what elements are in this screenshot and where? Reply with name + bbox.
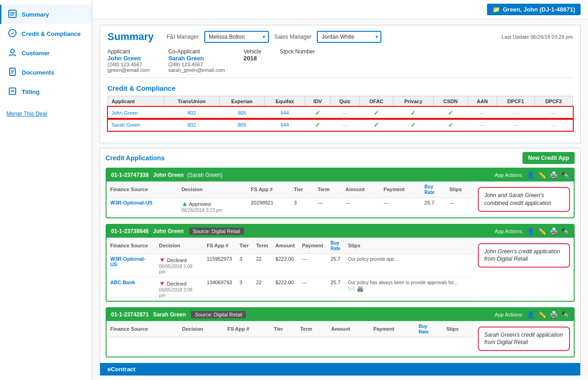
applicant-name[interactable]: John Green: [107, 55, 150, 62]
comp-equifax-0[interactable]: 644: [265, 107, 305, 119]
credit-row-0-0: W3R-Optional-US ▲ Approved06/26/2018 3:2…: [107, 198, 474, 216]
last-update: Last Update 06/26/18 03:29 pm: [502, 34, 573, 40]
app-id-1: 01-1-23738646: [111, 228, 148, 234]
fs-app-1-0: 115952973: [203, 253, 236, 277]
app-actions-2: App Actions: 👤 ✏️ 🖨️ ✒️: [495, 311, 569, 318]
credit-row-1-1: ABC Bank ▼ Declined06/05/2018 3:09 pm 13…: [107, 277, 474, 300]
finance-source-0-0[interactable]: W3R-Optional-US: [107, 198, 178, 216]
th-stips-2: Stips: [443, 321, 474, 337]
arrow-down-1-0: ▼: [159, 256, 166, 263]
compliance-header-row: Applicant TransUnion Experian Equifax ID…: [108, 96, 573, 107]
print-icon-2[interactable]: 🖨️: [550, 311, 558, 318]
co-applicant-phone: (248) 123-4567: [168, 62, 225, 67]
finance-source-1-1[interactable]: ABC Bank: [107, 277, 155, 300]
print-icon2-1-1[interactable]: 🖨️: [356, 285, 364, 292]
comp-experian-1[interactable]: 805: [220, 119, 265, 131]
term-1-0: 22: [252, 253, 272, 277]
th-fs-app-0: FS App #: [247, 181, 290, 198]
add-person-icon-1[interactable]: 👤: [527, 228, 535, 235]
econtract-bar: eContract: [100, 363, 580, 375]
sales-manager-select[interactable]: Jordan White: [317, 31, 381, 43]
sidebar-item-titling[interactable]: Titling: [0, 82, 92, 101]
credit-app-card-1: 01-1-23738646 John Green Source: Digital…: [106, 224, 575, 302]
th-decision-0: Decision: [178, 181, 247, 198]
amount-1-0: $222.00: [272, 253, 298, 277]
arrow-down-1-1: ▼: [159, 280, 166, 287]
sidebar-item-customer[interactable]: Customer: [0, 43, 92, 63]
comp-applicant-name-0[interactable]: John Green: [108, 107, 164, 119]
pencil2-icon-1[interactable]: ✒️: [561, 228, 569, 235]
col-idv: IDV: [305, 96, 330, 107]
payment-1-0: ---: [298, 253, 327, 277]
main-content: 📁 Green, John (DJ-1-48871) Summary F&I M…: [92, 0, 588, 380]
comp-experian-0[interactable]: 805: [220, 107, 265, 119]
credit-table-header-0: Finance Source Decision FS App # Tier Te…: [107, 181, 474, 198]
sidebar-item-documents[interactable]: Documents: [0, 63, 92, 82]
co-applicant-name[interactable]: Sarah Green: [168, 55, 225, 62]
card-header-0: 01-1-23747338 John Green (Sarah Green) A…: [107, 169, 574, 181]
credit-apps-header: Credit Applications New Credit App: [100, 148, 580, 168]
comp-applicant-name-1[interactable]: Sarah Green: [108, 119, 164, 131]
comp-transunion-0[interactable]: 802: [164, 107, 220, 119]
sidebar-documents-label: Documents: [22, 69, 54, 76]
merge-deal-link[interactable]: Merge This Deal: [0, 106, 92, 122]
edit-icon-0[interactable]: ✏️: [538, 171, 546, 179]
tier-1-0: 3: [236, 253, 252, 277]
pencil2-icon-0[interactable]: ✒️: [561, 171, 569, 179]
th-amount-0: Amount: [342, 181, 380, 198]
fs-app-1-1: 134069793: [203, 277, 236, 300]
summary-icon: [8, 9, 18, 19]
summary-title: Summary: [107, 31, 154, 43]
vehicle-label: Vehicle: [244, 48, 261, 55]
card-table-wrap-0: Finance Source Decision FS App # Tier Te…: [107, 181, 474, 216]
app-applicant-1[interactable]: John Green: [153, 228, 184, 234]
fi-manager-select[interactable]: Melissa Bolton: [204, 31, 269, 43]
stock-label: Stock Number: [280, 48, 315, 55]
email-icon-1-1[interactable]: ✉️: [348, 285, 355, 292]
th-amount-1: Amount: [272, 238, 298, 254]
th-fs-app-1: FS App #: [203, 238, 236, 254]
th-tier-0: Tier: [290, 181, 314, 198]
comp-equifax-1[interactable]: 644: [265, 119, 305, 131]
comp-aan-1: ---: [468, 119, 497, 131]
col-equifax: Equifax: [265, 96, 305, 107]
col-aan: AAN: [468, 96, 497, 107]
col-quiz: Quiz: [330, 96, 359, 107]
col-privacy: Privacy: [393, 96, 434, 107]
finance-source-1-0[interactable]: W3R-Optional-US: [107, 253, 155, 277]
co-applicant-label-0: (Sarah Green): [187, 172, 223, 178]
app-actions-label-1: App Actions:: [495, 228, 523, 234]
stips-1-0: Our policy provide app...: [344, 253, 474, 277]
decision-1-1: ▼ Declined06/05/2018 3:09 pm: [155, 277, 203, 300]
th-finance-source-2: Finance Source: [107, 321, 178, 337]
th-finance-source-0: Finance Source: [107, 181, 178, 198]
edit-icon-2[interactable]: ✏️: [538, 311, 546, 318]
col-transunion: TransUnion: [164, 96, 220, 107]
th-buyrate-2: BuyRate: [415, 321, 443, 337]
annotation-area-1: John Green's credit application from Dig…: [474, 238, 574, 274]
th-decision-2: Decision: [178, 321, 224, 337]
add-person-icon-2[interactable]: 👤: [527, 311, 535, 318]
merge-deal-anchor[interactable]: Merge This Deal: [6, 111, 47, 117]
edit-icon-1[interactable]: ✏️: [538, 228, 546, 235]
stock-col: Stock Number: [280, 48, 315, 73]
comp-transunion-1[interactable]: 802: [164, 119, 220, 131]
app-actions-0: App Actions: 👤 ✏️ 🖨️ ✒️: [495, 171, 569, 179]
add-person-icon-0[interactable]: 👤: [527, 171, 535, 179]
print-icon-1[interactable]: 🖨️: [550, 228, 558, 235]
card-header-1: 01-1-23738646 John Green Source: Digital…: [107, 225, 574, 238]
pencil2-icon-2[interactable]: ✒️: [561, 311, 569, 318]
th-payment-2: Payment: [369, 321, 415, 337]
app-applicant-0[interactable]: John Green: [153, 172, 184, 178]
fs-app-0-0: 20298921: [247, 198, 290, 216]
credit-table-1: Finance Source Decision FS App # Tier Te…: [107, 238, 474, 301]
print-icon-0[interactable]: 🖨️: [550, 171, 558, 179]
app-applicant-2[interactable]: Sarah Green: [153, 311, 186, 318]
sidebar-item-credit-compliance[interactable]: Credit & Compliance: [0, 24, 92, 43]
th-buyrate-0: BuyRate: [421, 181, 445, 198]
comp-quiz-1: ---: [330, 119, 359, 131]
customer-icon: [8, 48, 18, 58]
sidebar-item-summary[interactable]: Summary: [0, 5, 92, 24]
new-credit-app-button[interactable]: New Credit App: [523, 152, 575, 164]
tier-0-0: 3: [290, 198, 314, 216]
